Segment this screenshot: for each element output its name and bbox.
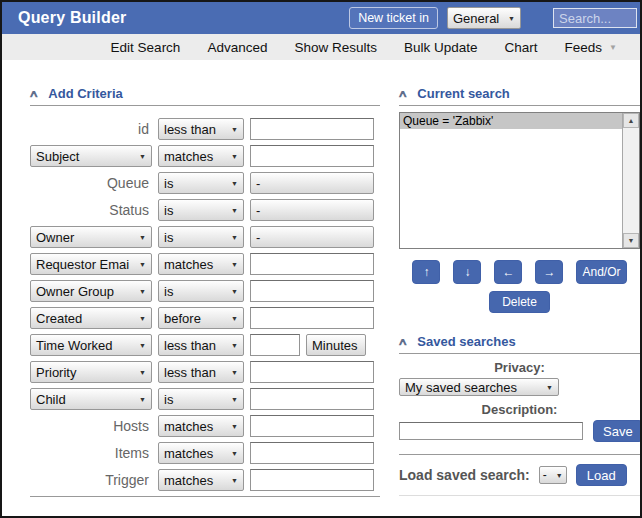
chevron-down-icon: ▼ bbox=[552, 472, 563, 479]
operator-select-owner[interactable]: is▼ bbox=[158, 226, 244, 248]
chevron-down-icon: ▼ bbox=[135, 369, 146, 376]
nav-item-chart[interactable]: Chart bbox=[505, 40, 538, 55]
operator-select-subject[interactable]: matches▼ bbox=[158, 145, 244, 167]
value-input-priority[interactable] bbox=[250, 361, 374, 383]
nav-item-feeds[interactable]: Feeds▼ bbox=[565, 40, 617, 55]
chevron-down-icon: ▼ bbox=[227, 369, 238, 376]
value-input-created[interactable] bbox=[250, 307, 374, 329]
operator-select-created[interactable]: before▼ bbox=[158, 307, 244, 329]
chevron-down-icon: ▼ bbox=[227, 288, 238, 295]
save-button[interactable]: Save bbox=[593, 420, 642, 442]
field-select-created[interactable]: Created▼ bbox=[30, 307, 152, 329]
chevron-down-icon: ▼ bbox=[227, 477, 238, 484]
feeds-caret-icon: ▼ bbox=[609, 43, 617, 52]
value-select-owner[interactable]: - bbox=[250, 226, 374, 248]
divider bbox=[399, 105, 640, 106]
nav-item-label: Chart bbox=[505, 40, 538, 55]
load-button[interactable]: Load bbox=[576, 464, 627, 486]
value-input-subject[interactable] bbox=[250, 145, 374, 167]
field-select-subject[interactable]: Subject▼ bbox=[30, 145, 152, 167]
value-input-time-worked[interactable] bbox=[250, 334, 300, 356]
chevron-down-icon: ▼ bbox=[227, 153, 238, 160]
new-ticket-button[interactable]: New ticket in bbox=[349, 7, 438, 29]
value-input-owner-group[interactable] bbox=[250, 280, 374, 302]
collapse-icon[interactable]: ∧ bbox=[28, 88, 39, 99]
scroll-down-icon[interactable]: ▼ bbox=[623, 233, 639, 248]
divider bbox=[399, 454, 640, 455]
field-select-child[interactable]: Child▼ bbox=[30, 388, 152, 410]
add-criteria-header: ∧ Add Criteria bbox=[30, 86, 380, 101]
clause-move-buttons: ↑↓←→And/Or bbox=[399, 260, 640, 284]
field-select-time-worked[interactable]: Time Worked▼ bbox=[30, 334, 152, 356]
chevron-down-icon: ▼ bbox=[227, 423, 238, 430]
and-or-button[interactable]: And/Or bbox=[576, 260, 626, 284]
saved-searches-header: ∧ Saved searches bbox=[399, 334, 640, 349]
criteria-row-trigger: Triggermatches▼ bbox=[30, 469, 380, 491]
field-select-requestor-emai[interactable]: Requestor Emai▼ bbox=[30, 253, 152, 275]
operator-select-owner-group[interactable]: is▼ bbox=[158, 280, 244, 302]
value-input-trigger[interactable] bbox=[250, 469, 374, 491]
value-select-queue[interactable]: - bbox=[250, 172, 374, 194]
move-down-button[interactable]: ↓ bbox=[453, 260, 481, 284]
nav-item-advanced[interactable]: Advanced bbox=[207, 40, 267, 55]
value-input-child[interactable] bbox=[250, 388, 374, 410]
criteria-row-id: idless than▼ bbox=[30, 118, 380, 140]
divider bbox=[399, 353, 640, 354]
chevron-down-icon: ▼ bbox=[227, 234, 238, 241]
operator-select-requestor-emai[interactable]: matches▼ bbox=[158, 253, 244, 275]
value-input-hosts[interactable] bbox=[250, 415, 374, 437]
nav-item-bulk-update[interactable]: Bulk Update bbox=[404, 40, 478, 55]
privacy-select[interactable]: My saved searches ▼ bbox=[399, 378, 559, 396]
field-select-owner-group[interactable]: Owner Group▼ bbox=[30, 280, 152, 302]
move-left-button[interactable]: ← bbox=[494, 260, 522, 284]
value-select-status[interactable]: - bbox=[250, 199, 374, 221]
operator-select-queue[interactable]: is▼ bbox=[158, 172, 244, 194]
nav-item-label: Bulk Update bbox=[404, 40, 478, 55]
unit-select-time-worked[interactable]: Minutes bbox=[306, 334, 366, 356]
nav-item-show-results[interactable]: Show Results bbox=[294, 40, 377, 55]
field-select-priority[interactable]: Priority▼ bbox=[30, 361, 152, 383]
unit-select-value: Minutes bbox=[312, 338, 358, 353]
field-select-value: Priority bbox=[36, 365, 76, 380]
criteria-row-queue: Queueis▼- bbox=[30, 172, 380, 194]
criteria-row-status: Statusis▼- bbox=[30, 199, 380, 221]
operator-select-time-worked[interactable]: less than▼ bbox=[158, 334, 244, 356]
operator-select-items[interactable]: matches▼ bbox=[158, 442, 244, 464]
current-search-listbox[interactable]: Queue = 'Zabbix' ▲ ▼ bbox=[399, 112, 640, 249]
nav-item-edit-search[interactable]: Edit Search bbox=[111, 40, 181, 55]
operator-select-trigger[interactable]: matches▼ bbox=[158, 469, 244, 491]
divider bbox=[30, 496, 380, 497]
value-select-value: - bbox=[256, 230, 260, 245]
operator-select-id[interactable]: less than▼ bbox=[158, 118, 244, 140]
chevron-down-icon: ▼ bbox=[135, 315, 146, 322]
queue-select-value: General bbox=[453, 11, 499, 26]
delete-button[interactable]: Delete bbox=[489, 291, 550, 313]
field-select-owner[interactable]: Owner▼ bbox=[30, 226, 152, 248]
collapse-icon[interactable]: ∧ bbox=[397, 336, 408, 347]
load-search-select[interactable]: - ▼ bbox=[539, 466, 567, 484]
value-input-id[interactable] bbox=[250, 118, 374, 140]
operator-select-hosts[interactable]: matches▼ bbox=[158, 415, 244, 437]
search-input[interactable] bbox=[553, 8, 637, 28]
search-clause-item[interactable]: Queue = 'Zabbix' bbox=[400, 113, 622, 129]
move-up-button[interactable]: ↑ bbox=[412, 260, 440, 284]
criteria-row-owner: Owner▼is▼- bbox=[30, 226, 380, 248]
move-right-button[interactable]: → bbox=[535, 260, 563, 284]
scroll-up-icon[interactable]: ▲ bbox=[623, 113, 639, 128]
listbox-scrollbar[interactable]: ▲ ▼ bbox=[622, 113, 639, 248]
chevron-down-icon: ▼ bbox=[227, 180, 238, 187]
operator-select-status[interactable]: is▼ bbox=[158, 199, 244, 221]
collapse-icon[interactable]: ∧ bbox=[397, 88, 408, 99]
operator-select-priority[interactable]: less than▼ bbox=[158, 361, 244, 383]
description-input[interactable] bbox=[399, 422, 583, 440]
value-input-items[interactable] bbox=[250, 442, 374, 464]
saved-searches-title: Saved searches bbox=[417, 334, 515, 349]
chevron-down-icon: ▼ bbox=[227, 126, 238, 133]
value-input-requestor-emai[interactable] bbox=[250, 253, 374, 275]
chevron-down-icon: ▼ bbox=[542, 384, 553, 391]
queue-select[interactable]: General ▼ bbox=[447, 7, 521, 29]
chevron-down-icon: ▼ bbox=[135, 234, 146, 241]
page-title: Query Builder bbox=[18, 9, 126, 27]
field-select-value: Owner Group bbox=[36, 284, 114, 299]
operator-select-child[interactable]: is▼ bbox=[158, 388, 244, 410]
